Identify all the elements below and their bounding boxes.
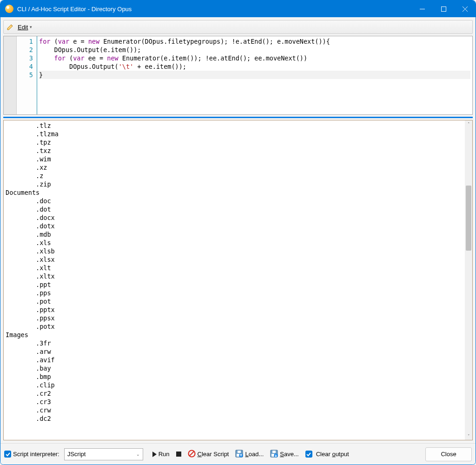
pane-separator[interactable] [3, 117, 473, 118]
window-title: CLI / Ad-Hoc Script Editor - Directory O… [17, 6, 411, 13]
interpreter-value: JScript [67, 451, 86, 458]
prohibit-icon [188, 450, 196, 459]
svg-rect-8 [238, 451, 241, 453]
content-area: Edit ▾ 12345 for (var e = new Enumerator… [0, 17, 476, 443]
clear-script-button[interactable]: Clear Script [188, 450, 229, 459]
clear-output-checkbox[interactable] [305, 451, 312, 458]
close-label: Close [441, 451, 456, 458]
editor-toolbar: Edit ▾ [3, 20, 473, 34]
svg-line-5 [189, 451, 194, 456]
close-button[interactable]: Close [425, 447, 472, 461]
output-scrollbar[interactable]: ˄ ˅ [465, 120, 472, 440]
minimize-button[interactable] [411, 0, 433, 17]
disk-save-icon [270, 450, 278, 459]
window-controls [411, 0, 476, 17]
interpreter-checkbox[interactable] [4, 451, 11, 458]
interpreter-select[interactable]: JScript ⌄ [64, 448, 143, 460]
fold-gutter [4, 36, 17, 114]
chevron-down-icon: ⌄ [136, 452, 140, 457]
scroll-down-icon[interactable]: ˅ [465, 432, 472, 440]
run-label: Run [159, 451, 170, 458]
save-button[interactable]: Save... [270, 450, 298, 459]
load-button[interactable]: Load... [235, 450, 264, 459]
maximize-button[interactable] [433, 0, 454, 17]
app-icon [5, 5, 13, 13]
disk-load-icon [235, 450, 243, 459]
edit-menu[interactable]: Edit ▾ [16, 23, 34, 32]
app-window: CLI / Ad-Hoc Script Editor - Directory O… [0, 0, 476, 465]
pencil-icon [7, 23, 14, 31]
titlebar: CLI / Ad-Hoc Script Editor - Directory O… [0, 0, 476, 17]
interpreter-label: Script interpreter: [13, 451, 60, 458]
output-pane[interactable]: .tlz .tlzma .tpz .txz .wim .xz .z .zip D… [3, 120, 473, 440]
code-editor[interactable]: 12345 for (var e = new Enumerator(DOpus.… [3, 36, 473, 115]
interpreter-group: Script interpreter: [4, 451, 60, 458]
scroll-thumb[interactable] [466, 186, 471, 251]
clear-output-button[interactable]: Clear output [305, 451, 349, 458]
stop-icon [176, 452, 181, 457]
chevron-down-icon: ▾ [30, 25, 32, 29]
stop-button[interactable] [176, 452, 181, 457]
scroll-up-icon[interactable]: ˄ [465, 120, 472, 128]
code-content[interactable]: for (var e = new Enumerator(DOpus.filety… [37, 36, 472, 114]
svg-rect-12 [272, 451, 276, 453]
clear-output-label: Clear output [316, 451, 349, 458]
save-label: Save... [280, 451, 298, 458]
editor-gutter: 12345 [4, 36, 37, 114]
action-buttons: Run Clear Script Load... Save... Clear o… [152, 450, 349, 459]
svg-rect-1 [441, 7, 446, 11]
edit-menu-label: Edit [18, 24, 28, 31]
clear-script-label: Clear Script [198, 451, 229, 458]
bottom-toolbar: Script interpreter: JScript ⌄ Run Clear … [0, 443, 476, 465]
close-window-button[interactable] [454, 0, 476, 17]
load-label: Load... [245, 451, 264, 458]
play-icon [152, 452, 157, 457]
line-numbers: 12345 [17, 36, 37, 114]
output-text: .tlz .tlzma .tpz .txz .wim .xz .z .zip D… [4, 120, 465, 440]
run-button[interactable]: Run [152, 451, 170, 458]
